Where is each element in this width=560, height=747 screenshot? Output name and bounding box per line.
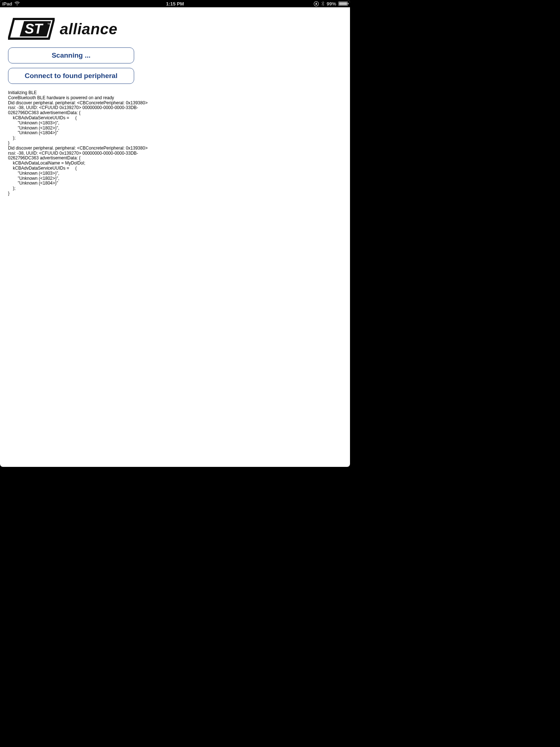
scan-button-label: Scanning ...	[52, 51, 91, 59]
rotation-lock-icon	[314, 1, 319, 7]
connect-button[interactable]: Connect to found peripheral	[8, 68, 134, 84]
bluetooth-icon	[321, 1, 324, 6]
logo-wordmark: alliance	[60, 20, 117, 40]
battery-icon	[338, 1, 348, 6]
st-mark-icon: ST TM	[8, 18, 55, 40]
battery-percent: 99%	[327, 1, 336, 7]
device-label: iPad	[2, 1, 12, 7]
status-time: 1:15 PM	[166, 1, 184, 7]
connect-button-label: Connect to found peripheral	[25, 72, 117, 80]
wifi-icon	[14, 1, 20, 6]
log-output: Initializing BLE CoreBluetooth BLE hardw…	[8, 90, 161, 196]
scan-button[interactable]: Scanning ...	[8, 47, 134, 63]
svg-text:ST: ST	[25, 21, 43, 36]
svg-text:TM: TM	[47, 23, 51, 25]
app-logo: ST TM alliance	[8, 18, 342, 40]
status-bar: iPad 1:15 PM 99%	[0, 0, 350, 7]
